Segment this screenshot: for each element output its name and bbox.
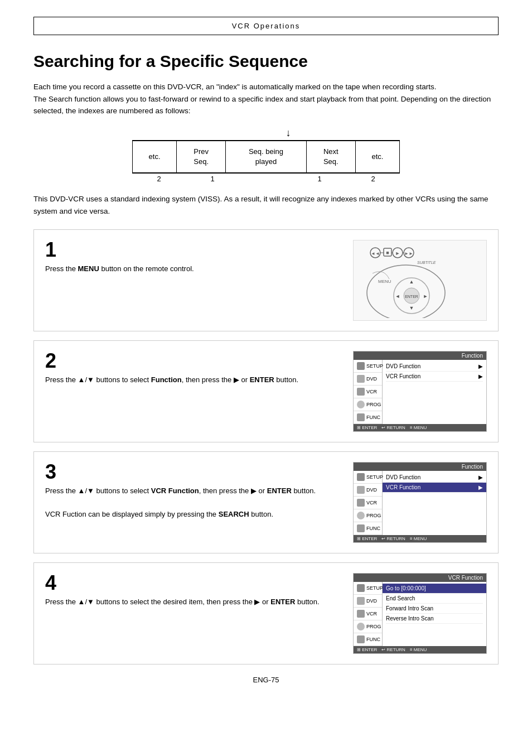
num-2a: 2 bbox=[132, 175, 186, 183]
svg-text:◄: ◄ bbox=[395, 293, 400, 299]
step-1-box: 1 Press the MENU button on the remote co… bbox=[33, 229, 499, 331]
svg-text:►: ► bbox=[395, 251, 400, 256]
dvd-function-label: DVD Function bbox=[386, 363, 420, 369]
step-4-left: 4 Press the ▲/▼ buttons to select the de… bbox=[45, 573, 340, 608]
menu-3-body: SETUP DVD VCR PROG bbox=[354, 471, 486, 535]
setup-icon bbox=[357, 362, 365, 370]
header-bar: VCR Operations bbox=[33, 17, 499, 35]
step-3-number: 3 bbox=[45, 462, 340, 482]
sidebar-dvd: DVD bbox=[354, 373, 382, 386]
step-2-menu: Function SETUP DVD VCR bbox=[353, 351, 487, 432]
page: VCR Operations Searching for a Specific … bbox=[0, 0, 532, 756]
menu-2-header: Function bbox=[354, 351, 486, 360]
prog-label: PROG bbox=[366, 402, 381, 407]
remote-illustration: ◄◄ ■ ► ►► SUBTITLE bbox=[353, 240, 487, 321]
menu-4-forward-intro: Forward Intro Scan bbox=[386, 604, 483, 614]
sidebar-4-prog: PROG bbox=[354, 620, 382, 633]
svg-text:ENTER: ENTER bbox=[405, 295, 418, 298]
num-2b: 2 bbox=[346, 175, 400, 183]
sidebar-4-dvd: DVD bbox=[354, 595, 382, 608]
func-label: FUNC bbox=[366, 415, 380, 420]
dvd-icon bbox=[357, 375, 365, 383]
dvd-function-arrow: ▶ bbox=[478, 363, 483, 369]
step-3-text: Press the ▲/▼ buttons to select VCR Func… bbox=[45, 485, 340, 520]
diagram-numbers: 2 1 1 2 bbox=[132, 175, 400, 183]
func-4-icon bbox=[357, 635, 365, 643]
menu-4-reverse-intro: Reverse Intro Scan bbox=[386, 614, 483, 624]
col-etc2: etc. bbox=[355, 141, 399, 173]
col-playing: Seq. beingplayed bbox=[226, 141, 306, 173]
dvd-label: DVD bbox=[366, 376, 377, 382]
vcr-function-label: VCR Function bbox=[386, 373, 420, 379]
menu-4-sidebar: SETUP DVD VCR PROG bbox=[354, 582, 383, 646]
svg-text:►: ► bbox=[423, 293, 428, 299]
vcr-label: VCR bbox=[366, 389, 377, 394]
menu-3-content: DVD Function ▶ VCR Function ▶ bbox=[383, 471, 486, 535]
svg-text:▼: ▼ bbox=[409, 305, 414, 311]
svg-text:MENU: MENU bbox=[378, 279, 391, 284]
page-footer: ENG-75 bbox=[33, 676, 499, 684]
menu-3-dvd-function: DVD Function ▶ bbox=[386, 473, 483, 483]
step-3-box: 3 Press the ▲/▼ buttons to select VCR Fu… bbox=[33, 451, 499, 553]
diagram-table: etc. PrevSeq. Seq. beingplayed NextSeq. … bbox=[132, 140, 400, 174]
menu-4-body: SETUP DVD VCR PROG bbox=[354, 582, 486, 646]
page-title: Searching for a Specific Sequence bbox=[33, 52, 499, 71]
menu-3-header: Function bbox=[354, 463, 486, 471]
diagram-arrow: ↓ bbox=[177, 127, 400, 139]
menu-2-sidebar: SETUP DVD VCR PROG bbox=[354, 360, 383, 424]
svg-text:■: ■ bbox=[386, 250, 389, 256]
menu-4-content: Go to [0:00:000] End Search Forward Intr… bbox=[383, 582, 486, 646]
menu-2-vcr-function: VCR Function ▶ bbox=[386, 372, 483, 382]
setup-3-icon bbox=[357, 473, 365, 481]
step-3-left: 3 Press the ▲/▼ buttons to select VCR Fu… bbox=[45, 462, 340, 520]
col-etc1: etc. bbox=[133, 141, 177, 173]
step-3-menu: Function SETUP DVD VCR bbox=[353, 462, 487, 543]
num-1b: 1 bbox=[293, 175, 346, 183]
sidebar-4-func: FUNC bbox=[354, 633, 382, 646]
sidebar-4-vcr: VCR bbox=[354, 608, 382, 620]
prog-3-icon bbox=[357, 512, 365, 519]
num-blank bbox=[239, 175, 293, 183]
sidebar-3-dvd: DVD bbox=[354, 484, 382, 497]
menu-4-header: VCR Function bbox=[354, 574, 486, 582]
svg-text:SUBTITLE: SUBTITLE bbox=[417, 261, 436, 264]
step-2-text: Press the ▲/▼ buttons to select Function… bbox=[45, 374, 340, 386]
step-2-box: 2 Press the ▲/▼ buttons to select Functi… bbox=[33, 340, 499, 442]
sidebar-func: FUNC bbox=[354, 411, 382, 424]
sidebar-3-vcr: VCR bbox=[354, 497, 382, 509]
sidebar-3-setup: SETUP bbox=[354, 471, 382, 484]
step-4-box: 4 Press the ▲/▼ buttons to select the de… bbox=[33, 562, 499, 664]
step-1-number: 1 bbox=[45, 240, 340, 260]
setup-4-icon bbox=[357, 584, 365, 592]
footer-menu: ≡ MENU bbox=[410, 425, 427, 430]
svg-text:◄◄: ◄◄ bbox=[371, 251, 380, 256]
menu-2-body: SETUP DVD VCR PROG bbox=[354, 360, 486, 424]
header-title: VCR Operations bbox=[232, 22, 301, 30]
menu-3-sidebar: SETUP DVD VCR PROG bbox=[354, 471, 383, 535]
step-1-text: Press the MENU button on the remote cont… bbox=[45, 263, 340, 275]
step-4-number: 4 bbox=[45, 573, 340, 593]
menu-2-dvd-function: DVD Function ▶ bbox=[386, 362, 483, 372]
sidebar-3-func: FUNC bbox=[354, 522, 382, 535]
footer-enter: ⊞ ENTER bbox=[357, 425, 377, 430]
step-4-menu: VCR Function SETUP DVD VCR bbox=[353, 573, 487, 654]
sidebar-setup: SETUP bbox=[354, 360, 382, 373]
menu-4-goto: Go to [0:00:000] bbox=[383, 584, 486, 594]
col-prev: PrevSeq. bbox=[177, 141, 226, 173]
step-2-left: 2 Press the ▲/▼ buttons to select Functi… bbox=[45, 351, 340, 386]
step-2-right: Function SETUP DVD VCR bbox=[353, 351, 487, 432]
num-1a: 1 bbox=[186, 175, 239, 183]
func-icon bbox=[357, 413, 365, 421]
viss-text: This DVD-VCR uses a standard indexing sy… bbox=[33, 193, 499, 217]
menu-4-end-search: End Search bbox=[386, 594, 483, 604]
index-diagram: ↓ etc. PrevSeq. Seq. beingplayed NextSeq… bbox=[132, 127, 400, 183]
vcr-function-arrow: ▶ bbox=[478, 373, 483, 379]
col-next: NextSeq. bbox=[306, 141, 355, 173]
intro-text: Each time you record a cassette on this … bbox=[33, 81, 499, 117]
intro-line2: The Search function allows you to fast-f… bbox=[33, 95, 491, 115]
sidebar-4-setup: SETUP bbox=[354, 582, 382, 595]
setup-label: SETUP bbox=[366, 363, 383, 369]
vcr-3-icon bbox=[357, 499, 365, 507]
svg-text:▲: ▲ bbox=[409, 279, 414, 285]
footer-return: ↩ RETURN bbox=[381, 425, 405, 430]
